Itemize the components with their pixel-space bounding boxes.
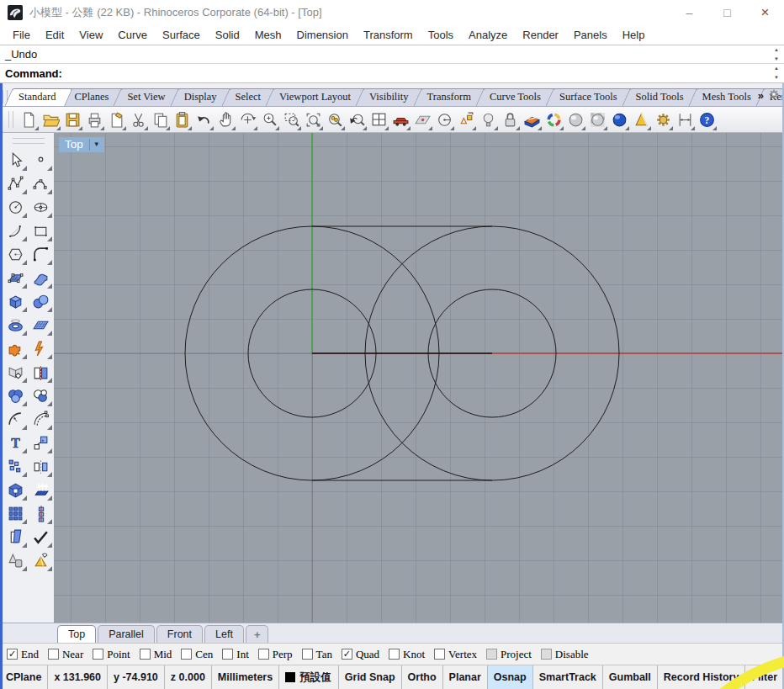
osnap-perp[interactable]: Perp <box>258 648 293 661</box>
toolbar-tab-viewport-layout[interactable]: Viewport Layout <box>269 88 364 106</box>
checkbox-vertex[interactable] <box>434 649 445 660</box>
point-tool-button[interactable] <box>29 149 53 172</box>
status-toggle-grid-snap[interactable]: Grid Snap <box>339 665 402 689</box>
box-tool-button[interactable] <box>4 290 28 313</box>
menu-item-edit[interactable]: Edit <box>38 27 72 43</box>
menu-item-file[interactable]: File <box>5 27 38 43</box>
polyline-tool-button[interactable] <box>4 172 28 195</box>
scale-tool-button[interactable] <box>29 432 53 454</box>
menu-item-help[interactable]: Help <box>615 27 653 43</box>
sidebar-grip[interactable] <box>13 138 45 144</box>
checkbox-disable[interactable] <box>541 649 552 660</box>
status-toggle-osnap[interactable]: Osnap <box>488 665 533 689</box>
status-pane-coord-y[interactable]: y -74.910 <box>108 665 165 689</box>
boolean-union-tool-button[interactable] <box>4 384 28 407</box>
toolbar-tab-visibility[interactable]: Visibility <box>359 88 421 106</box>
lamp-button[interactable] <box>477 109 499 131</box>
hand-pyramid-tool-button[interactable] <box>29 549 53 572</box>
menu-item-mesh[interactable]: Mesh <box>247 27 289 43</box>
status-toggle-gumball[interactable]: Gumball <box>603 665 658 689</box>
checkbox-point[interactable] <box>93 649 103 660</box>
print-button[interactable] <box>83 109 105 131</box>
rectangle-tool-button[interactable] <box>29 220 53 242</box>
select-pointer-tool-button[interactable] <box>4 149 28 172</box>
menu-item-tools[interactable]: Tools <box>421 27 461 43</box>
status-toggle-smarttrack[interactable]: SmartTrack <box>533 665 603 689</box>
minimize-button[interactable]: – <box>670 0 708 25</box>
layer-button[interactable] <box>521 109 543 131</box>
menu-item-dimension[interactable]: Dimension <box>289 27 356 43</box>
zoom-extents-button[interactable] <box>302 109 324 131</box>
ellipse-tool-button[interactable] <box>29 196 53 219</box>
osnap-int[interactable]: Int <box>222 648 248 661</box>
checkbox-mid[interactable] <box>140 649 151 660</box>
zoom-window-button[interactable] <box>280 109 302 131</box>
osnap-near[interactable]: Near <box>48 648 83 661</box>
export-page-button[interactable] <box>105 109 127 131</box>
osnap-end[interactable]: ✓End <box>7 648 39 661</box>
status-toggle-ortho[interactable]: Ortho <box>402 665 443 689</box>
menu-item-surface[interactable]: Surface <box>155 27 208 43</box>
osnap-quad[interactable]: ✓Quad <box>342 648 379 661</box>
zoom-dynamic-button[interactable] <box>258 109 280 131</box>
toolbar-tab-surface-tools[interactable]: Surface Tools <box>549 88 631 106</box>
torus-tool-button[interactable] <box>4 314 28 337</box>
surface-curved-tool-button[interactable] <box>29 267 53 289</box>
solid-tools-tool-button[interactable] <box>4 479 28 501</box>
viewport-layout-button[interactable] <box>368 109 389 131</box>
menu-item-solid[interactable]: Solid <box>208 27 247 43</box>
command-history-row[interactable]: _Undo ▲▼ <box>0 45 784 64</box>
checkbox-tan[interactable] <box>302 649 313 660</box>
toolbar-tab-mesh-tools[interactable]: Mesh Tools <box>692 88 765 106</box>
arc-tool-button[interactable] <box>4 220 28 242</box>
polygon-tool-button[interactable] <box>4 243 28 266</box>
status-toggle-planar[interactable]: Planar <box>443 665 488 689</box>
viewport-top[interactable]: Top ▼ <box>54 133 784 623</box>
new-document-button[interactable] <box>18 109 40 131</box>
fillet-corner-tool-button[interactable] <box>29 243 53 266</box>
checkbox-project[interactable] <box>486 649 497 660</box>
surface-plane-tool-button[interactable] <box>4 267 28 289</box>
checkbox-end[interactable]: ✓ <box>7 649 18 660</box>
extrude-tool-button[interactable] <box>29 479 53 501</box>
undo-button[interactable] <box>193 109 215 131</box>
toolbar-tab-solid-tools[interactable]: Solid Tools <box>626 88 697 106</box>
toolbar-settings-gear-icon[interactable] <box>767 87 781 103</box>
mesh-tool-button[interactable] <box>29 314 53 337</box>
text-tool-button[interactable]: T <box>4 432 28 454</box>
checkbox-int[interactable] <box>222 649 233 660</box>
explode-puzzle-tool-button[interactable] <box>4 337 28 360</box>
command-prompt-row[interactable]: Command: ▲▼ <box>0 64 784 82</box>
menu-item-transform[interactable]: Transform <box>356 27 421 43</box>
viewport-tab-parallel[interactable]: Parallel <box>98 625 155 643</box>
copy-button[interactable] <box>149 109 171 131</box>
toolbar-tab-standard[interactable]: Standard <box>8 88 69 106</box>
primitives-tool-button[interactable] <box>4 549 28 572</box>
toolbar-tab-curve-tools[interactable]: Curve Tools <box>479 88 554 106</box>
render-preview-button[interactable] <box>586 109 608 131</box>
osnap-knot[interactable]: Knot <box>389 648 425 661</box>
menu-item-curve[interactable]: Curve <box>110 27 155 43</box>
new-viewport-tab[interactable]: + <box>246 625 269 643</box>
status-toggle-filter[interactable]: Filter <box>745 665 784 689</box>
named-views-button[interactable] <box>389 109 411 131</box>
status-pane-layer[interactable]: 預設值 <box>279 665 339 689</box>
zoom-selected-button[interactable] <box>324 109 346 131</box>
render-button[interactable] <box>608 109 630 131</box>
cplane-button[interactable] <box>411 109 433 131</box>
sphere-tool-button[interactable] <box>29 290 53 313</box>
boolean-difference-tool-button[interactable] <box>29 384 53 407</box>
osnap-cen[interactable]: Cen <box>181 648 213 661</box>
status-toggle-record-history[interactable]: Record History <box>658 665 746 689</box>
close-button[interactable]: × <box>746 0 784 25</box>
selection-filter-button[interactable] <box>455 109 477 131</box>
status-pane-units[interactable]: Millimeters <box>212 665 279 689</box>
viewport-tab-top[interactable]: Top <box>57 625 96 643</box>
open-folder-button[interactable] <box>40 109 61 131</box>
undo-view-button[interactable] <box>346 109 368 131</box>
circle-center-button[interactable] <box>433 109 455 131</box>
checkbox-perp[interactable] <box>258 649 269 660</box>
array-objects-tool-button[interactable] <box>4 455 28 478</box>
array-linear-tool-button[interactable] <box>29 502 53 525</box>
trim-tool-button[interactable] <box>4 361 28 384</box>
